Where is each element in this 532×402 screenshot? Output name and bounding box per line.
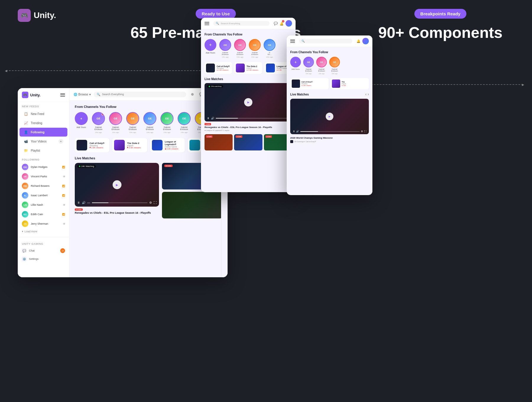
card3-game-1[interactable]: Call of Duty® Shooting ● 2.8K viewers bbox=[290, 78, 329, 89]
card3-fullscreen[interactable]: ⛶ bbox=[364, 130, 366, 133]
prev-arrow[interactable]: ‹ bbox=[365, 92, 366, 96]
watching-badge: 24K Watching bbox=[77, 165, 96, 168]
following-item-3[interactable]: IL Isaac Lambert 📶 bbox=[18, 191, 69, 200]
hamburger-menu[interactable] bbox=[60, 93, 65, 97]
card2-navbar: 🔍 Search Everything 💬 🔔 2 bbox=[201, 18, 296, 29]
card2-play-btn[interactable]: ▶ bbox=[244, 98, 252, 106]
story-name-6: GabrielErickson bbox=[180, 126, 188, 130]
card2-search[interactable]: 🔍 Search Everything bbox=[213, 21, 270, 26]
game-card-cod[interactable]: Call of Duty® Shooting 2.8K viewers bbox=[75, 138, 109, 152]
volume-icon[interactable]: 🔊 bbox=[82, 201, 85, 204]
story-item-4[interactable]: GE GabrielErickson 14m ago bbox=[143, 112, 156, 133]
card3-progress[interactable] bbox=[300, 131, 360, 132]
card2-story-2[interactable]: GE GabrielErickson 14m ago bbox=[234, 39, 246, 58]
chat-item[interactable]: 💬 Chat 15 bbox=[18, 247, 69, 255]
following-item-5[interactable]: EC Edith Cain 📶 bbox=[18, 210, 69, 219]
story-item-5[interactable]: GE GabrielErickson 14m ago bbox=[160, 112, 173, 133]
card3-gear[interactable]: ⚙ bbox=[361, 130, 363, 133]
sidebar-item-trending[interactable]: 📈 Trending bbox=[20, 119, 67, 127]
card2-avatar[interactable] bbox=[286, 20, 292, 27]
add-story-item[interactable]: + Add Yours bbox=[75, 112, 88, 133]
story-circle-5[interactable]: GE bbox=[160, 112, 173, 125]
add-story-circle[interactable]: + bbox=[75, 112, 88, 125]
card2-story-circle-4[interactable]: GE bbox=[264, 39, 275, 51]
card2-story-1[interactable]: GE GabrielErickson 14m ago bbox=[219, 39, 231, 58]
following-item-1[interactable]: VP Vincent Parks bbox=[18, 172, 69, 181]
next-arrow[interactable]: › bbox=[368, 92, 369, 96]
card2-vol-icon[interactable]: 🔊 bbox=[211, 117, 214, 120]
gear-icon[interactable]: ⚙ bbox=[149, 201, 152, 204]
card2-msg-icon[interactable]: 💬 bbox=[274, 22, 278, 25]
card3-story-1[interactable]: GE GabrielErickson 14m ago bbox=[303, 57, 314, 74]
story-item-2[interactable]: GE GabrielErickson 14m ago bbox=[109, 112, 122, 133]
sidebar-item-new-feed[interactable]: 📋 New Feed bbox=[20, 109, 67, 118]
game-card-lol[interactable]: League of Legends® Online Game 2.8K view… bbox=[150, 138, 185, 152]
add-video-icon[interactable]: + bbox=[59, 139, 63, 144]
add-icon[interactable]: ⊕ bbox=[189, 91, 196, 98]
card2-sm-1[interactable]: ● Live bbox=[205, 134, 233, 150]
load-more-button[interactable]: ▾ Load more bbox=[18, 228, 69, 234]
play-button[interactable]: ▶ bbox=[113, 180, 121, 189]
card3-story-3[interactable]: GE GabrielErickson 14m ago bbox=[329, 57, 340, 74]
card3-story-2[interactable]: GE GabrielErickson 14m ago bbox=[316, 57, 327, 74]
card2-story-circle-3[interactable]: GE bbox=[249, 39, 261, 51]
card2-story-circle-2[interactable]: GE bbox=[234, 39, 246, 51]
sidebar-item-your-videos[interactable]: 📹 Your Videos + bbox=[20, 137, 67, 146]
following-item-4[interactable]: LN Lillie Nash bbox=[18, 200, 69, 210]
card3-play-btn[interactable]: ▶ bbox=[326, 113, 333, 120]
card3-avatar[interactable] bbox=[362, 38, 369, 44]
story-circle-6[interactable]: GE bbox=[178, 112, 191, 125]
following-item-6[interactable]: JS Jerry Sherman bbox=[18, 219, 69, 228]
fullscreen-icon[interactable]: ⛶ bbox=[154, 201, 157, 204]
search-bar[interactable]: 🔍 bbox=[94, 92, 186, 97]
card3-main-match[interactable]: ▶ ⏸ 🔊 ⚙ ⛶ bbox=[290, 99, 369, 134]
story-item-3[interactable]: GE GabrielErickson 14m ago bbox=[126, 112, 139, 133]
card2-add-story[interactable]: + Add Yours bbox=[205, 39, 216, 58]
story-circle-3[interactable]: GE bbox=[126, 112, 139, 125]
game-card-dota[interactable]: The Dota 2 eSport 2.8K viewers bbox=[112, 138, 147, 152]
card3-vol[interactable]: 🔊 bbox=[296, 130, 299, 133]
story-circle-1[interactable]: GE 3 bbox=[92, 112, 105, 125]
card3-hamburger[interactable] bbox=[290, 40, 295, 43]
progress-bar[interactable] bbox=[92, 202, 147, 203]
card2-story-circle-1[interactable]: GE bbox=[219, 39, 231, 51]
card3-story-circle-2[interactable]: GE bbox=[316, 57, 327, 67]
card2-game-2[interactable]: The Dota 2 eSport ● 2.8K viewers bbox=[234, 62, 262, 74]
card2-notif[interactable]: 🔔 2 bbox=[280, 21, 284, 26]
card2-story-4[interactable]: GE GEri... 14m ago bbox=[264, 39, 275, 58]
card2-progress-bar[interactable] bbox=[216, 118, 290, 119]
wifi-icon-richard: 📶 bbox=[62, 185, 65, 187]
story-item-6[interactable]: GE GabrielErickson 14m ago bbox=[178, 112, 191, 133]
card3-pause[interactable]: ⏸ bbox=[293, 130, 295, 133]
card2-game-1[interactable]: Call of Duty® Shooting ● 2.8K viewers bbox=[205, 62, 232, 74]
following-item-2[interactable]: RB Richard Bowers 📶 bbox=[18, 181, 69, 191]
card2-sm-2[interactable]: ● Live bbox=[234, 134, 262, 150]
search-input[interactable] bbox=[102, 93, 183, 96]
card3-add-circle[interactable]: + bbox=[290, 57, 301, 67]
card2-pause-icon[interactable]: ⏸ bbox=[207, 117, 210, 120]
card3-game-2[interactable]: The eSport ● 2.8K bbox=[330, 78, 369, 89]
card2-add-circle[interactable]: + bbox=[205, 39, 216, 51]
settings-item[interactable]: ⚙️ Settings bbox=[18, 255, 69, 263]
pause-icon[interactable]: ⏸ bbox=[77, 201, 80, 204]
story-item-1[interactable]: GE 3 GabrielErickson 14m ago bbox=[92, 112, 105, 133]
card3-story-time-3: 14m ago bbox=[332, 73, 337, 74]
following-item-0[interactable]: DH Dylan Hodges 📶 bbox=[18, 162, 69, 172]
card3-story-circle-3[interactable]: GE bbox=[329, 57, 340, 67]
watching-count: 24K Watching bbox=[81, 165, 94, 167]
sidebar-item-playlist[interactable]: 📁 Playlist bbox=[20, 146, 67, 155]
card2-main-match[interactable]: 24k watching ▶ ⏸ 🔊 bbox=[205, 83, 292, 121]
main-live-card[interactable]: 24K Watching ▶ ⏸ 🔊 — ⚙ bbox=[75, 163, 159, 218]
card3-search[interactable]: 🔍 bbox=[299, 39, 352, 43]
card3-notif-icon[interactable]: 🔔 bbox=[356, 39, 361, 43]
story-circle-2[interactable]: GE bbox=[109, 112, 122, 125]
card3-story-circle-1[interactable]: GE bbox=[303, 57, 314, 67]
card3-add-story[interactable]: + Add Yours bbox=[290, 57, 301, 74]
game-info-lol: League of Legends® Online Game 2.8K view… bbox=[165, 140, 183, 150]
sidebar-item-following[interactable]: 👤 Following bbox=[20, 128, 67, 137]
story-circle-4[interactable]: GE bbox=[143, 112, 156, 125]
card2-hamburger[interactable] bbox=[205, 22, 209, 25]
browse-dropdown[interactable]: 🌐 Browse ▾ bbox=[74, 93, 91, 96]
card2-story-3[interactable]: GE GabrielErickson 14m ago bbox=[249, 39, 261, 58]
side-match-2[interactable] bbox=[162, 192, 222, 218]
